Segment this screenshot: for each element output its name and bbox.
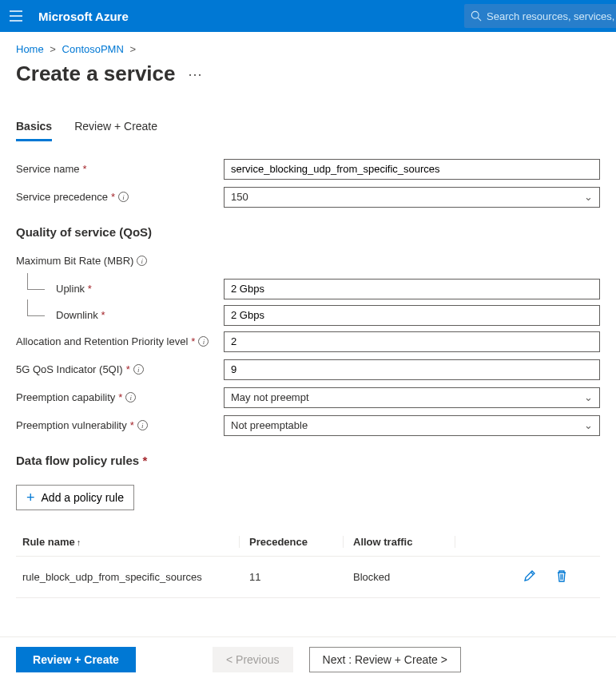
arp-label: Allocation and Retention Priority level*…: [16, 335, 224, 347]
top-nav-bar: Microsoft Azure: [0, 0, 616, 32]
arp-input[interactable]: [224, 331, 600, 352]
chevron-down-icon: ⌄: [584, 191, 593, 203]
preemption-vulnerability-select[interactable]: Not preemptable ⌄: [224, 415, 600, 436]
table-row: rule_block_udp_from_specific_sources 11 …: [16, 557, 600, 598]
uplink-input[interactable]: [224, 279, 600, 299]
global-search-input[interactable]: [487, 10, 614, 22]
info-icon[interactable]: i: [118, 192, 129, 202]
service-precedence-select[interactable]: 150 ⌄: [224, 187, 600, 208]
preemption-vulnerability-label: Preemption vulnerability* i: [16, 419, 224, 431]
downlink-label: Downlink *: [56, 309, 224, 321]
tree-connector-icon: [27, 306, 50, 325]
chevron-down-icon: ⌄: [584, 391, 593, 403]
preemption-vulnerability-value: Not preemptable: [231, 419, 308, 431]
trash-icon: [555, 569, 568, 582]
chevron-right-icon: >: [50, 43, 56, 55]
service-precedence-label: Service precedence* i: [16, 191, 224, 203]
tab-basics[interactable]: Basics: [16, 120, 52, 141]
brand-title: Microsoft Azure: [32, 10, 129, 23]
add-policy-rule-button[interactable]: + Add a policy rule: [16, 485, 134, 510]
search-icon: [471, 10, 482, 22]
info-icon[interactable]: i: [137, 420, 148, 430]
preemption-capability-value: May not preempt: [231, 391, 309, 403]
service-name-input[interactable]: [224, 159, 600, 180]
downlink-input[interactable]: [224, 305, 600, 326]
qos-heading: Quality of service (QoS): [16, 225, 600, 239]
service-precedence-value: 150: [231, 191, 248, 203]
add-policy-rule-label: Add a policy rule: [42, 491, 125, 504]
previous-button: < Previous: [213, 647, 293, 654]
sort-asc-icon: ↑: [77, 537, 81, 547]
hamburger-menu-button[interactable]: [0, 10, 32, 22]
svg-point-0: [471, 11, 479, 18]
info-icon[interactable]: i: [198, 336, 209, 347]
tree-connector-icon: [27, 280, 50, 299]
cell-rule-name: rule_block_udp_from_specific_sources: [16, 571, 240, 583]
tabs: Basics Review + Create: [16, 120, 600, 142]
service-name-label: Service name*: [16, 163, 224, 175]
cell-allow-traffic: Blocked: [344, 571, 455, 583]
fiveqi-input[interactable]: [224, 359, 600, 380]
review-create-button[interactable]: Review + Create: [16, 647, 136, 654]
tab-review-create[interactable]: Review + Create: [74, 120, 157, 141]
delete-rule-button[interactable]: [555, 569, 568, 585]
rules-table: Rule name↑ Precedence Allow traffic rule…: [16, 528, 600, 598]
breadcrumb: Home > ContosoPMN >: [16, 43, 600, 55]
uplink-label: Uplink *: [56, 283, 224, 295]
page-content: Home > ContosoPMN > Create a service ⋯ B…: [0, 32, 616, 654]
plus-icon: +: [26, 490, 35, 505]
global-search-box[interactable]: [464, 4, 616, 28]
edit-rule-button[interactable]: [523, 569, 536, 585]
col-allow-traffic[interactable]: Allow traffic: [344, 536, 455, 548]
wizard-footer: Review + Create < Previous Next : Review…: [0, 636, 616, 654]
chevron-right-icon: >: [129, 43, 136, 55]
breadcrumb-home[interactable]: Home: [16, 43, 44, 55]
hamburger-icon: [10, 10, 22, 22]
basics-form: Service name* Service precedence* i 150 …: [16, 158, 600, 598]
cell-precedence: 11: [240, 571, 344, 583]
info-icon[interactable]: i: [133, 364, 144, 375]
preemption-capability-select[interactable]: May not preempt ⌄: [224, 387, 600, 408]
fiveqi-label: 5G QoS Indicator (5QI)* i: [16, 363, 224, 375]
page-title: Create a service: [16, 61, 175, 86]
data-flow-rules-heading: Data flow policy rules *: [16, 454, 600, 467]
info-icon[interactable]: i: [137, 256, 147, 266]
next-button[interactable]: Next : Review + Create >: [309, 647, 461, 654]
col-precedence[interactable]: Precedence: [240, 536, 344, 548]
pencil-icon: [523, 569, 536, 582]
col-rule-name[interactable]: Rule name↑: [16, 536, 240, 548]
preemption-capability-label: Preemption capability* i: [16, 391, 224, 403]
svg-line-1: [478, 18, 481, 21]
chevron-down-icon: ⌄: [584, 419, 593, 431]
mbr-label: Maximum Bit Rate (MBR) i: [16, 255, 224, 267]
more-actions-button[interactable]: ⋯: [188, 65, 202, 83]
info-icon[interactable]: i: [125, 392, 136, 402]
breadcrumb-contosopmn[interactable]: ContosoPMN: [62, 43, 124, 55]
